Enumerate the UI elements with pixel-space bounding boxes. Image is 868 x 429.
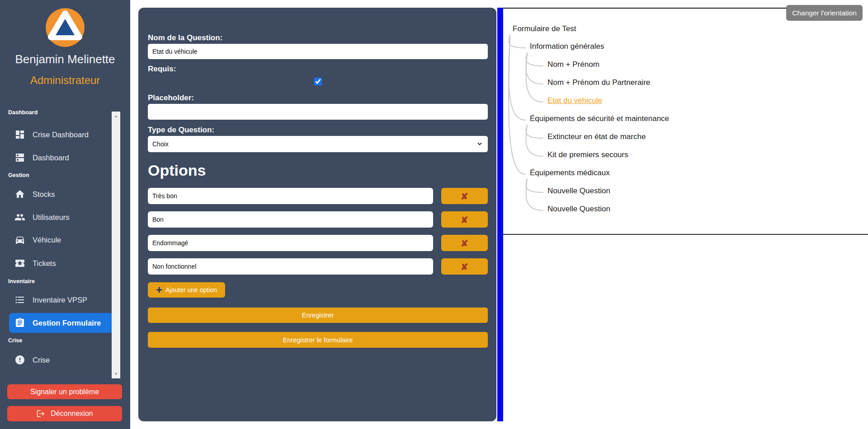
server-list-icon (14, 152, 25, 163)
logout-icon (36, 409, 45, 418)
change-orientation-button[interactable]: Changer l'orientation (786, 5, 863, 21)
x-icon: ✘ (461, 215, 468, 225)
sidebar-item-label: Crise (33, 356, 50, 364)
menu-section-gestion: Gestion (8, 172, 29, 178)
add-option-label: Ajouter une option (165, 286, 217, 294)
option-row: ✘ (148, 258, 488, 275)
delete-option-button[interactable]: ✘ (441, 211, 488, 228)
home-icon (14, 189, 25, 200)
option-input[interactable] (148, 211, 433, 228)
sidebar-item-label: Stocks (33, 190, 55, 199)
sidebar-item-label: Utilisateurs (33, 213, 70, 222)
car-icon (14, 234, 25, 245)
users-icon (14, 212, 25, 223)
scroll-up-icon[interactable]: ▲ (112, 112, 120, 120)
user-name: Benjamin Melinette (0, 52, 130, 66)
save-question-button[interactable]: Enregistrer (148, 308, 488, 323)
plus-icon: ✚ (156, 285, 162, 295)
tree-node-nom-prenom[interactable]: Nom + Prénom (547, 60, 599, 69)
tree-node-nouvelle-question[interactable]: Nouvelle Question (547, 205, 610, 214)
x-icon: ✘ (461, 238, 468, 248)
placeholder-input[interactable] (148, 104, 488, 120)
app-screen: Benjamin Melinette Administrateur Dashbo… (0, 0, 868, 429)
delete-option-button[interactable]: ✘ (441, 258, 488, 275)
tree-node-equipements-medicaux[interactable]: Équipements médicaux (530, 168, 610, 177)
logout-label: Déconnexion (51, 410, 93, 418)
bulleted-list-icon (14, 294, 25, 305)
option-row: ✘ (148, 188, 488, 204)
tree-node-nom-prenom-du-partneraire[interactable]: Nom + Prénom du Partneraire (547, 78, 650, 87)
question-type-value: Choix (152, 140, 169, 148)
add-option-button[interactable]: ✚ Ajouter une option (148, 282, 225, 298)
tree-node-information-generales[interactable]: Information générales (530, 42, 604, 51)
options-title: Options (148, 161, 488, 179)
question-name-label: Nom de la Question: (148, 33, 488, 42)
tree-node-formulaire-de-test[interactable]: Formulaire de Test (513, 24, 576, 33)
question-type-select[interactable]: Choix (148, 136, 488, 152)
placeholder-label: Placeholder: (148, 93, 488, 103)
option-input[interactable] (148, 258, 433, 275)
sidebar-item-tickets[interactable]: Tickets (9, 253, 113, 273)
delete-option-button[interactable]: ✘ (441, 235, 488, 251)
ticket-icon (14, 258, 25, 269)
question-type-label: Type de Question: (148, 126, 488, 135)
tree-bottom-divider (503, 234, 868, 235)
sidebar: Benjamin Melinette Administrateur Dashbo… (0, 0, 130, 429)
sidebar-item-crise-dashboard[interactable]: Crise Dashboard (9, 125, 113, 145)
sidebar-item-vehicule[interactable]: Véhicule (9, 230, 113, 250)
question-name-input[interactable] (148, 44, 488, 59)
sidebar-item-crise[interactable]: Crise (9, 350, 113, 370)
required-checkbox[interactable] (314, 78, 322, 85)
required-checkbox-row (148, 76, 488, 84)
protection-civile-logo (0, 8, 130, 49)
tree-node-extincteur-en-etat-de-marche[interactable]: Extincteur en état de marche (547, 132, 646, 141)
sidebar-item-label: Dashboard (33, 154, 69, 162)
scroll-down-icon[interactable]: ▼ (112, 370, 120, 378)
tree-node-nouvelle-question[interactable]: Nouvelle Question (547, 187, 610, 196)
required-label: Requis: (148, 65, 488, 74)
sidebar-item-label: Inventaire VPSP (33, 296, 87, 304)
alert-circle-icon (14, 354, 25, 365)
option-row: ✘ (148, 211, 488, 228)
sidebar-item-dashboard[interactable]: Dashboard (9, 148, 113, 168)
menu-section-dashboard: Dashboard (8, 109, 38, 116)
tree-node-equipements-de-securite-et-maintenance[interactable]: Équipements de sécurité et maintenance (530, 114, 669, 123)
sidebar-item-gestion-formulaire[interactable]: Gestion Formulaire (9, 313, 113, 333)
sidebar-item-label: Tickets (33, 259, 56, 268)
x-icon: ✘ (461, 262, 468, 272)
tree-node-kit-de-premiers-secours[interactable]: Kit de premiers secours (547, 150, 628, 159)
tree-node-etat-du-vehicule-selected[interactable]: Etat du véhicule (547, 96, 602, 105)
sidebar-item-label: Gestion Formulaire (33, 319, 101, 327)
sidebar-scrollbar[interactable]: ▲ ▼ (112, 112, 120, 378)
chevron-down-icon (476, 140, 483, 148)
clipboard-icon (14, 317, 25, 328)
menu-section-crise: Crise (8, 337, 22, 344)
delete-option-button[interactable]: ✘ (441, 188, 488, 204)
report-problem-button[interactable]: Signaler un problème (7, 384, 122, 399)
option-input[interactable] (148, 188, 433, 204)
dashboard-grid-icon (14, 129, 25, 140)
tree-top-divider (503, 8, 787, 9)
question-editor-panel: Nom de la Question: Requis: Placeholder:… (138, 8, 496, 421)
options-list: ✘✘✘✘ (148, 188, 488, 275)
sidebar-item-label: Véhicule (33, 236, 61, 244)
sidebar-item-label: Crise Dashboard (33, 131, 89, 139)
logout-button[interactable]: Déconnexion (7, 406, 122, 421)
panel-divider (497, 8, 503, 421)
option-input[interactable] (148, 235, 433, 251)
sidebar-item-inventaire-vpsp[interactable]: Inventaire VPSP (9, 290, 113, 310)
sidebar-item-utilisateurs[interactable]: Utilisateurs (9, 207, 113, 227)
user-role: Administrateur (0, 74, 130, 87)
report-problem-label: Signaler un problème (30, 388, 99, 396)
sidebar-item-stocks[interactable]: Stocks (9, 184, 113, 204)
option-row: ✘ (148, 235, 488, 251)
save-form-button[interactable]: Enregistrer le formulaire (148, 332, 488, 348)
menu-section-inventaire: Inventaire (8, 278, 35, 284)
x-icon: ✘ (461, 191, 468, 201)
